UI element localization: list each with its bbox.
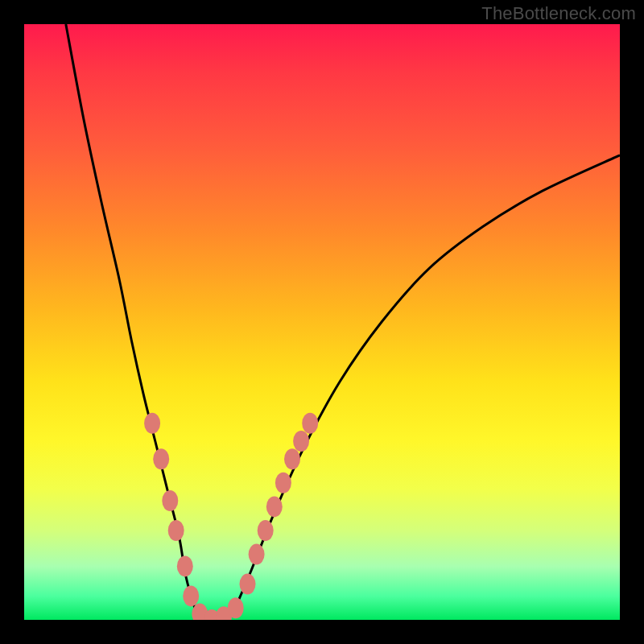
watermark-text: TheBottleneck.com — [481, 3, 636, 24]
curve-marker — [275, 473, 291, 493]
curve-right-branch — [233, 155, 620, 614]
curve-marker — [183, 585, 199, 606]
curve-marker — [293, 431, 309, 452]
curve-marker — [302, 413, 318, 434]
curve-marker — [162, 490, 178, 511]
curve-marker — [284, 448, 300, 469]
chart-frame: TheBottleneck.com — [0, 0, 644, 644]
curve-marker — [228, 597, 244, 618]
curve-marker — [258, 520, 274, 541]
marker-group — [144, 413, 318, 620]
plot-area — [24, 24, 620, 620]
curve-marker — [153, 448, 169, 469]
curve-marker — [240, 574, 256, 595]
bottleneck-curve — [24, 24, 620, 620]
curve-marker — [249, 544, 265, 565]
curve-marker — [177, 555, 193, 576]
curve-marker — [144, 413, 160, 434]
curve-marker — [266, 496, 283, 517]
curve-marker — [168, 520, 184, 541]
